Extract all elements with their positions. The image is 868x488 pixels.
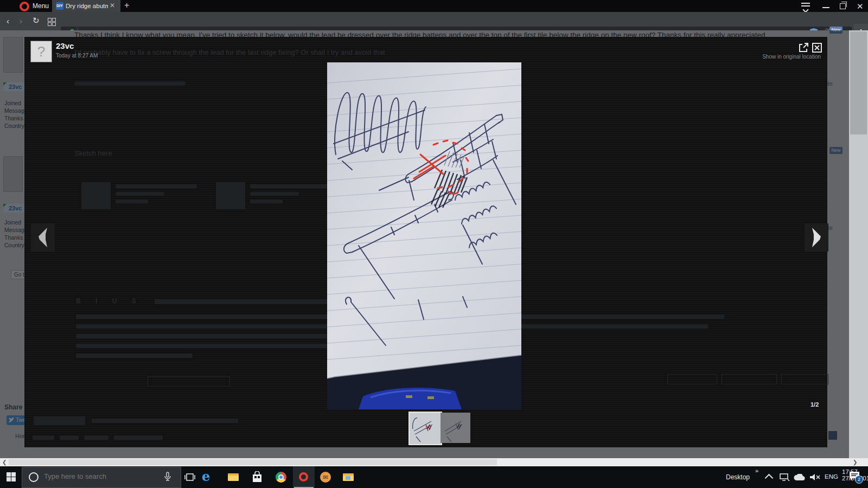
network-icon[interactable] xyxy=(779,473,790,481)
edge-icon[interactable]: e xyxy=(202,468,210,484)
toolbar-overflow-icon[interactable]: » xyxy=(755,467,758,474)
browser-tab[interactable]: DIY Dry ridge abutment to ver ✕ xyxy=(52,0,120,12)
search-input[interactable] xyxy=(43,472,159,481)
ghost-attachment-thumb xyxy=(81,182,111,209)
sketch-photo xyxy=(327,62,521,409)
ghost-text-bar xyxy=(250,200,283,203)
ghost-text-bar xyxy=(60,435,79,440)
ghost-button xyxy=(722,374,777,384)
opera-menu-icon[interactable] xyxy=(20,2,29,11)
thumbnail-2-preview xyxy=(441,413,470,443)
ghost-text-bar xyxy=(92,419,238,423)
browser-tab-bar: Menu DIY Dry ridge abutment to ver ✕ + ✕ xyxy=(0,0,868,12)
minimize-icon[interactable] xyxy=(822,7,829,8)
action-center-button[interactable]: 2 xyxy=(848,471,860,484)
start-button[interactable] xyxy=(7,472,16,481)
restore-icon[interactable] xyxy=(840,3,846,9)
ghost-text-bar xyxy=(74,81,186,86)
image-counter: 1/2 xyxy=(810,401,819,408)
ghost-text-bar xyxy=(76,354,193,358)
vertical-scrollbar[interactable] xyxy=(849,30,868,458)
volume-muted-icon[interactable] xyxy=(809,473,820,481)
lightbox-username: 23vc xyxy=(56,41,74,50)
right-arrow-icon xyxy=(805,223,828,252)
left-arrow-icon xyxy=(31,223,55,252)
tab-close-icon[interactable]: ✕ xyxy=(110,2,115,9)
next-image-button[interactable] xyxy=(805,223,828,252)
image-lightbox: I'd probably have to fix a screw through… xyxy=(24,37,827,447)
ghost-text-bar xyxy=(116,184,197,188)
back-icon[interactable]: ‹ xyxy=(7,16,9,25)
desktop-toolbar-label[interactable]: Desktop xyxy=(726,473,750,481)
task-view-icon[interactable] xyxy=(184,472,195,482)
ghost-editor-toolbar: B I U S xyxy=(76,297,143,305)
vertical-scrollbar-thumb[interactable] xyxy=(850,31,867,134)
store-icon[interactable] xyxy=(252,471,263,483)
ghost-text-bar xyxy=(116,200,148,203)
opera-taskbar-slot[interactable] xyxy=(293,466,315,488)
show-original-label[interactable]: Show in original location xyxy=(762,54,821,60)
opera-icon xyxy=(299,472,308,481)
show-hidden-icons-chevron[interactable] xyxy=(765,474,774,483)
ghost-recommend-button xyxy=(34,416,85,425)
previous-image-button[interactable] xyxy=(31,223,55,252)
ghost-text-bar xyxy=(155,299,355,304)
windows-taskbar: e ✉ Desktop » xyxy=(0,466,868,488)
microphone-icon[interactable] xyxy=(164,472,171,481)
address-bar: ‹ › ↻ www.diynot.com/diy/threads/dry-rid… xyxy=(0,12,868,30)
tab-favicon: DIY xyxy=(56,2,63,10)
close-window-icon[interactable]: ✕ xyxy=(857,2,864,11)
screen: Menu DIY Dry ridge abutment to ver ✕ + ✕… xyxy=(0,0,868,488)
ghost-post-line: I'd probably have to fix a screw through… xyxy=(74,48,385,56)
forward-icon[interactable]: › xyxy=(20,16,22,25)
ghost-button xyxy=(667,374,717,384)
opera-menu-button[interactable]: Menu xyxy=(33,2,49,10)
taskbar-search[interactable] xyxy=(22,467,181,488)
windows-logo-icon xyxy=(7,472,11,477)
thumbnail-1-selected[interactable] xyxy=(409,412,442,445)
ghost-text-bar xyxy=(84,435,108,440)
ghost-sketch-here: Sketch here xyxy=(74,149,112,157)
chrome-icon[interactable] xyxy=(276,472,286,483)
tab-menu-icon[interactable] xyxy=(801,3,810,12)
lightbox-photo[interactable] xyxy=(327,62,521,409)
ghost-attachment-thumb xyxy=(216,182,245,209)
lightbox-avatar: ? xyxy=(30,41,52,62)
ghost-text-bar xyxy=(250,184,331,188)
onedrive-cloud-icon[interactable] xyxy=(793,474,805,481)
ghost-text-bar xyxy=(33,435,54,440)
lightbox-timestamp: Today at 8:27 AM xyxy=(56,53,98,59)
notification-badge: 2 xyxy=(855,476,863,484)
thumbnail-2[interactable] xyxy=(441,413,470,443)
horizontal-scrollbar[interactable]: ❮ ❯ xyxy=(0,458,868,466)
ghost-button xyxy=(148,376,230,387)
thumbnail-1-preview xyxy=(410,413,441,444)
scroll-right-icon[interactable]: ❯ xyxy=(853,459,857,465)
ghost-text-bar xyxy=(116,192,164,196)
ghost-button xyxy=(781,374,828,384)
horizontal-scrollbar-thumb[interactable] xyxy=(9,459,497,465)
new-tab-button[interactable]: + xyxy=(124,1,129,10)
lightbox-close-icon[interactable] xyxy=(812,42,822,53)
mail-app-icon[interactable]: ✉ xyxy=(320,472,331,483)
ghost-text-bar xyxy=(250,192,299,196)
open-original-icon[interactable] xyxy=(798,42,809,53)
speed-dial-icon[interactable] xyxy=(48,18,55,25)
tab-title: Dry ridge abutment to ver xyxy=(66,3,108,9)
reload-icon[interactable]: ↻ xyxy=(33,16,40,25)
cortana-icon xyxy=(29,472,39,482)
language-indicator[interactable]: ENG xyxy=(825,473,838,480)
ghost-text-bar xyxy=(114,435,163,440)
scroll-left-icon[interactable]: ❮ xyxy=(2,459,7,465)
